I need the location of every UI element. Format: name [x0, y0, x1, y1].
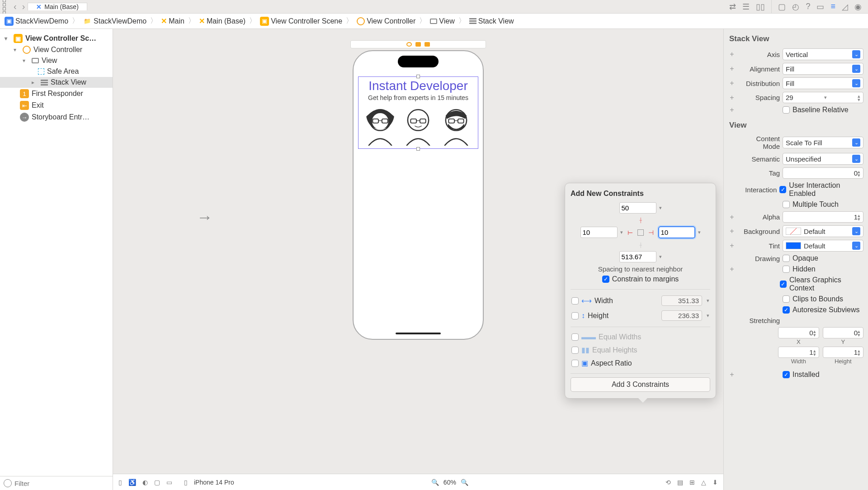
- alpha-field[interactable]: 1▴▾: [783, 211, 863, 223]
- project-icon[interactable]: ▣: [5, 17, 14, 26]
- add-constraints-button[interactable]: Add 3 Constraints: [571, 377, 710, 392]
- device-picker[interactable]: iPhone 14 Pro: [194, 479, 234, 486]
- plus-icon[interactable]: +: [728, 50, 736, 58]
- filter-icon[interactable]: [4, 479, 12, 487]
- outline-lines-icon[interactable]: ☰: [742, 2, 750, 12]
- plus-icon[interactable]: +: [728, 65, 736, 73]
- plus-icon[interactable]: +: [728, 265, 736, 273]
- tree-exit[interactable]: ⇤Exit: [0, 100, 113, 111]
- device-icon[interactable]: ▯: [184, 479, 188, 486]
- dock-first-responder-icon[interactable]: [415, 42, 421, 47]
- stackview-selection[interactable]: Instant Developer Get help from experts …: [358, 76, 478, 149]
- distribution-select[interactable]: Fill⌄: [783, 77, 863, 89]
- appearance-icon[interactable]: ◐: [142, 479, 148, 486]
- left-constraint-field[interactable]: [580, 227, 618, 238]
- connections-inspector-icon[interactable]: ◉: [854, 2, 862, 12]
- tree-first-responder[interactable]: 1First Responder: [0, 88, 113, 100]
- crumb-scene[interactable]: View Controller Scene: [271, 17, 342, 25]
- scene-dock[interactable]: [350, 40, 486, 48]
- trait-icon[interactable]: ▭: [166, 479, 172, 486]
- spacing-field[interactable]: 29▾▴▾: [783, 92, 863, 103]
- plus-icon[interactable]: +: [728, 106, 736, 114]
- background-select[interactable]: Default⌄: [783, 225, 863, 237]
- plus-icon[interactable]: +: [728, 227, 736, 235]
- checkbox-icon[interactable]: ✓: [602, 276, 609, 283]
- top-ibar-icon[interactable]: ⟊: [636, 216, 645, 224]
- history-inspector-icon[interactable]: ◴: [792, 2, 799, 12]
- ib-canvas[interactable]: → Instant Developer Get help from expert…: [113, 29, 723, 490]
- add-editor-icon[interactable]: ▯▯: [756, 2, 765, 12]
- baseline-checkbox[interactable]: Baseline Relative: [783, 106, 849, 114]
- panel-toggle-icon[interactable]: ▯: [118, 479, 122, 486]
- filter-input[interactable]: [14, 480, 109, 487]
- plus-icon[interactable]: +: [728, 213, 736, 221]
- crumb-file[interactable]: Main: [169, 17, 184, 25]
- top-constraint-field[interactable]: [619, 202, 656, 214]
- crumb-base[interactable]: Main (Base): [207, 17, 245, 25]
- clears-checkbox[interactable]: ✓Clears Graphics Context: [780, 276, 863, 292]
- pin-icon[interactable]: ⊞: [689, 479, 695, 486]
- clips-checkbox[interactable]: Clips to Bounds: [783, 295, 843, 303]
- tree-scene[interactable]: ▾▣View Controller Sc…: [0, 33, 113, 44]
- alignment-select[interactable]: Fill⌄: [783, 63, 863, 75]
- content-mode-select[interactable]: Scale To Fill⌄: [783, 137, 863, 148]
- tint-select[interactable]: Default⌄: [783, 240, 863, 252]
- resize-handle-bottom[interactable]: [416, 147, 420, 151]
- zoom-in-icon[interactable]: 🔍: [461, 479, 468, 486]
- width-value[interactable]: 351.33: [661, 295, 702, 306]
- help-inspector-icon[interactable]: ?: [806, 2, 810, 11]
- tag-field[interactable]: 0▴▾: [783, 167, 863, 179]
- constrain-margins-row[interactable]: ✓Constrain to margins: [571, 273, 710, 285]
- tree-safearea[interactable]: Safe Area: [0, 66, 113, 77]
- aspect-ratio-row[interactable]: ▣Aspect Ratio: [571, 357, 710, 370]
- identity-inspector-icon[interactable]: ▭: [816, 2, 824, 12]
- embed-icon[interactable]: ⬇: [712, 479, 718, 486]
- align-icon[interactable]: ▤: [677, 479, 683, 486]
- opaque-checkbox[interactable]: Opaque: [783, 254, 818, 262]
- phone-view[interactable]: Instant Developer Get help from experts …: [353, 50, 484, 340]
- left-ibar-icon[interactable]: ⊢: [626, 229, 635, 236]
- zoom-out-icon[interactable]: 🔍: [431, 479, 439, 486]
- crumb-vc[interactable]: View Controller: [367, 17, 415, 25]
- checkbox-icon[interactable]: [571, 360, 579, 367]
- semantic-select[interactable]: Unspecified⌄: [783, 153, 863, 165]
- width-row[interactable]: ⟷Width351.33▾: [571, 293, 710, 308]
- right-ibar-icon[interactable]: ⊣: [646, 229, 656, 236]
- height-value[interactable]: 236.33: [661, 310, 702, 321]
- nav-back[interactable]: ‹: [11, 1, 19, 12]
- zoom-level[interactable]: 60%: [443, 479, 456, 486]
- uie-checkbox[interactable]: ✓User Interaction Enabled: [779, 181, 863, 198]
- size-inspector-icon[interactable]: ◿: [842, 2, 848, 12]
- stretch-h[interactable]: 1▴▾: [823, 347, 864, 358]
- installed-checkbox[interactable]: ✓Installed: [783, 371, 820, 379]
- update-frames-icon[interactable]: ⟲: [665, 479, 671, 486]
- crumb-stack[interactable]: Stack View: [478, 17, 514, 25]
- stretch-y[interactable]: 0▴▾: [823, 327, 864, 338]
- multitouch-checkbox[interactable]: Multiple Touch: [783, 200, 839, 209]
- accessibility-icon[interactable]: ♿: [128, 479, 136, 486]
- right-constraint-field[interactable]: [658, 226, 695, 238]
- file-inspector-icon[interactable]: ▢: [778, 2, 786, 12]
- plus-icon[interactable]: +: [728, 94, 736, 102]
- stretch-x[interactable]: 0▴▾: [778, 327, 819, 338]
- resolve-icon[interactable]: △: [701, 479, 706, 486]
- autoresize-checkbox[interactable]: ✓Autoresize Subviews: [783, 306, 860, 314]
- plus-icon[interactable]: +: [728, 242, 736, 250]
- hidden-checkbox[interactable]: Hidden: [783, 265, 816, 273]
- tree-segue[interactable]: →Storyboard Entr…: [0, 111, 113, 123]
- tree-vc[interactable]: ▾View Controller: [0, 44, 113, 55]
- nav-forward[interactable]: ›: [19, 1, 28, 12]
- bottom-constraint-field[interactable]: [619, 251, 656, 262]
- checkbox-icon[interactable]: [571, 312, 579, 319]
- nav-sync-icon[interactable]: ⇄: [729, 2, 736, 12]
- attributes-inspector-icon[interactable]: ≡: [830, 2, 835, 11]
- dock-exit-icon[interactable]: [425, 42, 430, 47]
- plus-icon[interactable]: +: [728, 371, 736, 379]
- resize-handle-top[interactable]: [416, 75, 420, 78]
- plus-icon[interactable]: +: [728, 79, 736, 87]
- dock-vc-icon[interactable]: [406, 42, 412, 47]
- height-row[interactable]: ↕Height236.33▾: [571, 308, 710, 323]
- crumb-project[interactable]: StackViewDemo: [15, 17, 68, 25]
- checkbox-icon[interactable]: [571, 297, 579, 304]
- axis-select[interactable]: Vertical⌄: [783, 48, 863, 60]
